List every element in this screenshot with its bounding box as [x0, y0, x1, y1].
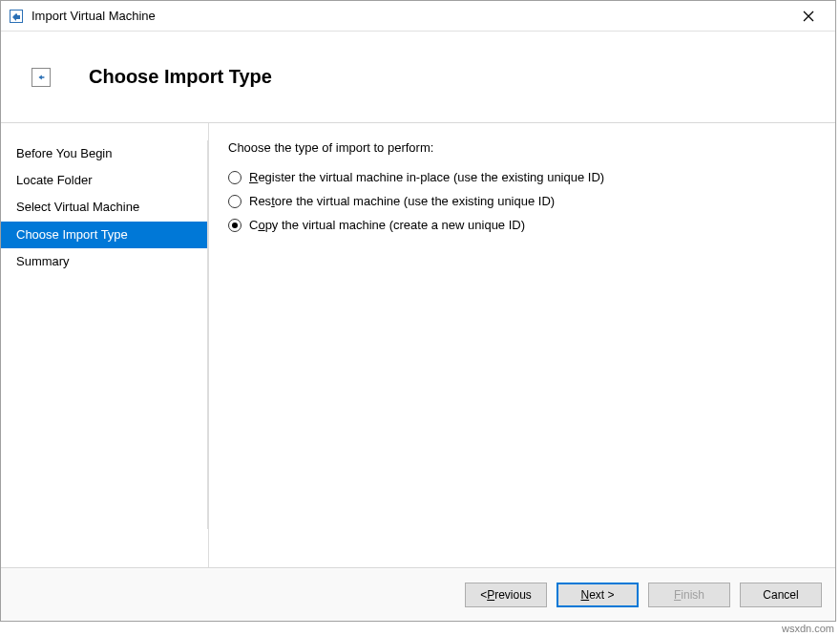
- content-area: Before You Begin Locate Folder Select Vi…: [1, 123, 835, 567]
- close-button[interactable]: [789, 3, 828, 30]
- sidebar-item-locate-folder[interactable]: Locate Folder: [1, 167, 208, 194]
- radio-label: Copy the virtual machine (create a new u…: [249, 218, 525, 232]
- sidebar-item-label: Select Virtual Machine: [16, 200, 139, 214]
- sidebar-item-label: Choose Import Type: [16, 227, 128, 242]
- radio-label: Register the virtual machine in-place (u…: [249, 170, 604, 184]
- cancel-button[interactable]: Cancel: [740, 583, 822, 607]
- sidebar-item-before-you-begin[interactable]: Before You Begin: [1, 140, 208, 167]
- header-icon: [32, 68, 51, 87]
- sidebar-item-label: Locate Folder: [16, 173, 93, 187]
- main-panel: Choose the type of import to perform: Re…: [209, 123, 835, 567]
- button-bar: < Previous Next > Finish Cancel: [1, 567, 835, 621]
- sidebar-item-summary[interactable]: Summary: [1, 248, 208, 275]
- wizard-steps-sidebar: Before You Begin Locate Folder Select Vi…: [1, 123, 209, 567]
- previous-button[interactable]: < Previous: [465, 583, 547, 607]
- titlebar: Import Virtual Machine: [1, 1, 835, 32]
- instruction-text: Choose the type of import to perform:: [228, 140, 816, 155]
- sidebar-item-label: Summary: [16, 254, 70, 268]
- wizard-header: Choose Import Type: [1, 32, 835, 123]
- radio-label: Restore the virtual machine (use the exi…: [249, 194, 555, 208]
- next-button[interactable]: Next >: [556, 583, 639, 607]
- radio-icon: [228, 171, 242, 184]
- wizard-window: Import Virtual Machine Choose Import Typ…: [0, 0, 836, 622]
- watermark: wsxdn.com: [782, 623, 834, 634]
- page-title: Choose Import Type: [89, 66, 272, 88]
- sidebar-item-choose-import-type[interactable]: Choose Import Type: [1, 222, 208, 248]
- radio-option-register[interactable]: Register the virtual machine in-place (u…: [228, 170, 816, 184]
- sidebar-item-select-vm[interactable]: Select Virtual Machine: [1, 194, 208, 221]
- radio-icon: [228, 195, 242, 208]
- sidebar-item-label: Before You Begin: [16, 146, 112, 160]
- radio-option-restore[interactable]: Restore the virtual machine (use the exi…: [228, 194, 816, 208]
- radio-option-copy[interactable]: Copy the virtual machine (create a new u…: [228, 218, 816, 232]
- import-type-radio-group: Register the virtual machine in-place (u…: [228, 170, 816, 232]
- close-icon: [803, 11, 814, 22]
- finish-button: Finish: [648, 583, 730, 607]
- app-icon: [9, 9, 24, 24]
- window-title: Import Virtual Machine: [32, 9, 789, 23]
- radio-icon: [228, 219, 242, 232]
